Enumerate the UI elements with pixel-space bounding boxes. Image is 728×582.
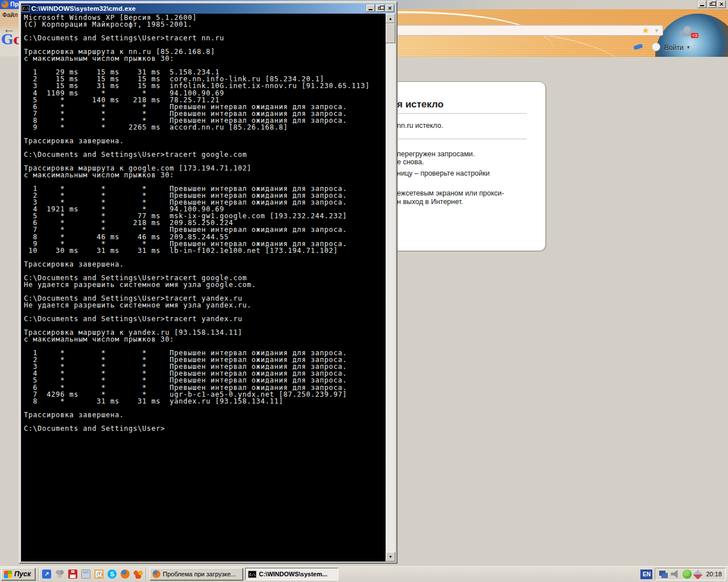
- task-button-firefox[interactable]: Проблема при загрузке...: [150, 568, 243, 580]
- taskbar-separator: [146, 568, 147, 580]
- firefox-window-title: Пр: [10, 1, 19, 7]
- error-bullet: ежсетевым экраном или прокси-: [397, 189, 504, 197]
- start-button-label: Пуск: [14, 570, 31, 578]
- firefox-icon: [1, 1, 9, 8]
- network-icon[interactable]: [659, 569, 668, 579]
- cmd-minimize-button[interactable]: [366, 5, 375, 12]
- taskbar: Пуск ↗ S Проблема при загрузке... C:\ C:…: [0, 566, 728, 582]
- minimize-icon: [700, 5, 704, 6]
- minimize-icon: [369, 9, 373, 10]
- error-description: nn.ru истекло.: [397, 122, 443, 130]
- start-button[interactable]: Пуск: [1, 568, 35, 580]
- clock-icon[interactable]: [94, 569, 104, 579]
- cmd-close-button[interactable]: ×: [386, 5, 394, 12]
- floppy-icon[interactable]: [68, 569, 77, 579]
- language-indicator[interactable]: EN: [640, 569, 652, 579]
- system-tray: 20:18: [655, 568, 726, 580]
- taskbar-clock[interactable]: 20:18: [706, 571, 722, 577]
- quick-launch-bar: ↗ S: [42, 569, 143, 579]
- task-button-label: Проблема при загрузке...: [163, 571, 235, 577]
- bookmark-star-icon[interactable]: ★: [642, 26, 649, 35]
- firefox-restore-button[interactable]: [708, 1, 716, 8]
- task-button-label: C:\WINDOWS\system...: [259, 571, 327, 577]
- paw-icon[interactable]: [134, 569, 143, 579]
- desktop: Пр × Файл ← Goo ★ ▼ +3 Войти ▾: [0, 0, 728, 582]
- app-window-icon[interactable]: ↗: [42, 569, 51, 579]
- menu-file[interactable]: Файл: [2, 11, 18, 18]
- cmd-restore-button[interactable]: [376, 5, 384, 12]
- restore-icon: [378, 7, 382, 10]
- url-bar[interactable]: ★ ▼: [375, 25, 663, 36]
- error-bullet: е снова.: [397, 158, 424, 166]
- login-button[interactable]: Войти: [664, 44, 684, 52]
- calculator-icon[interactable]: [81, 569, 90, 579]
- firefox-minimize-button[interactable]: [698, 1, 706, 8]
- restore-icon: [710, 3, 713, 6]
- skype-icon[interactable]: S: [107, 569, 117, 579]
- scroll-down-button[interactable]: ▼: [386, 552, 395, 562]
- volume-icon[interactable]: [671, 569, 680, 579]
- weather-cloud-icon[interactable]: +3: [679, 26, 698, 38]
- scrollbar-thumb[interactable]: [386, 23, 395, 43]
- cmd-window: C:\ C:\WINDOWS\system32\cmd.exe × Micros…: [19, 1, 398, 564]
- flower-icon[interactable]: [55, 569, 64, 579]
- cmd-scrollbar[interactable]: ▲ ▼: [386, 14, 395, 562]
- cmd-icon: C:\: [248, 571, 257, 578]
- cmd-titlebar[interactable]: C:\ C:\WINDOWS\system32\cmd.exe ×: [21, 3, 395, 14]
- error-bullet: ницу – проверьте настройки: [397, 169, 490, 177]
- weather-badge: +3: [691, 33, 698, 38]
- close-icon: ×: [719, 1, 723, 7]
- firefox-close-button[interactable]: ×: [717, 1, 726, 8]
- firefox-icon[interactable]: [121, 569, 130, 579]
- bone-icon[interactable]: [633, 44, 643, 51]
- error-bullet: н выход в Интернет.: [397, 198, 463, 206]
- firefox-icon: [152, 570, 160, 578]
- console-text: Microsoft Windows XP [Версия 5.1.2600] (…: [21, 14, 386, 562]
- task-button-cmd[interactable]: C:\ C:\WINDOWS\system...: [245, 568, 338, 580]
- error-heading: я истекло: [397, 99, 444, 110]
- scroll-up-button[interactable]: ▲: [386, 14, 395, 23]
- console-area[interactable]: Microsoft Windows XP [Версия 5.1.2600] (…: [21, 14, 395, 562]
- login-avatar-icon[interactable]: [652, 43, 660, 51]
- login-dropdown-icon[interactable]: ▾: [687, 44, 690, 50]
- windows-logo-icon: [4, 570, 12, 578]
- cmd-icon: C:\: [22, 5, 30, 12]
- close-icon: ×: [388, 5, 391, 11]
- taskbar-separator: [38, 568, 39, 580]
- diamond-icon[interactable]: [693, 570, 703, 580]
- cmd-window-title: C:\WINDOWS\system32\cmd.exe: [31, 5, 136, 12]
- error-bullet: перегружен запросами.: [397, 150, 475, 158]
- urlbar-dropdown-icon[interactable]: ▼: [654, 27, 659, 34]
- green-status-icon[interactable]: [682, 569, 692, 579]
